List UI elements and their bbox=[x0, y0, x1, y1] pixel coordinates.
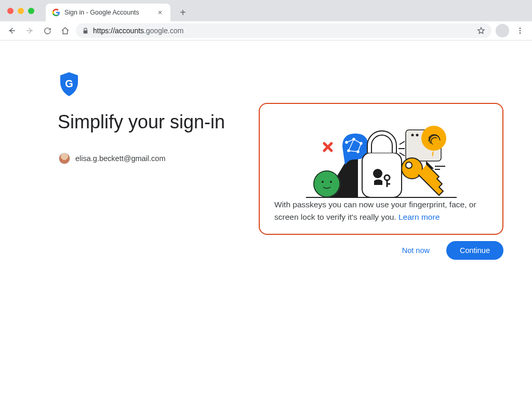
arrow-left-icon bbox=[7, 26, 17, 35]
card-description: With passkeys you can now use your finge… bbox=[274, 198, 488, 223]
passkey-card: With passkeys you can now use your finge… bbox=[259, 103, 503, 235]
passkey-illustration bbox=[274, 113, 488, 198]
reload-button[interactable] bbox=[41, 24, 54, 37]
browser-tab-strip: Sign in - Google Accounts × + bbox=[0, 0, 532, 21]
svg-point-2 bbox=[520, 32, 521, 34]
window-close-button[interactable] bbox=[7, 8, 14, 14]
svg-point-19 bbox=[421, 126, 446, 151]
svg-point-7 bbox=[416, 134, 418, 136]
tab-close-icon[interactable]: × bbox=[156, 8, 164, 17]
bookmark-star-icon[interactable] bbox=[477, 26, 485, 35]
svg-point-10 bbox=[322, 181, 324, 183]
user-avatar-icon bbox=[59, 153, 70, 164]
svg-point-11 bbox=[330, 181, 332, 183]
page-content: G Simplify your sign-in elisa.g.beckett@… bbox=[0, 41, 532, 399]
svg-text:G: G bbox=[65, 78, 73, 89]
new-tab-button[interactable]: + bbox=[176, 5, 190, 20]
reload-icon bbox=[43, 26, 52, 35]
browser-toolbar: https://accounts.google.com bbox=[0, 21, 532, 41]
browser-tab[interactable]: Sign in - Google Accounts × bbox=[46, 4, 170, 21]
tab-title: Sign in - Google Accounts bbox=[64, 9, 152, 16]
learn-more-link[interactable]: Learn more bbox=[398, 212, 440, 221]
forward-button[interactable] bbox=[23, 24, 36, 37]
svg-point-1 bbox=[520, 30, 521, 32]
svg-line-20 bbox=[400, 141, 405, 144]
chrome-menu-button[interactable] bbox=[513, 24, 527, 37]
window-traffic-lights bbox=[0, 0, 42, 21]
kebab-menu-icon bbox=[516, 26, 524, 35]
home-icon bbox=[61, 26, 70, 35]
url-text: https://accounts.google.com bbox=[93, 26, 183, 35]
not-now-button[interactable]: Not now bbox=[400, 242, 432, 259]
svg-point-26 bbox=[373, 169, 382, 178]
user-email: elisa.g.beckett@gmail.com bbox=[75, 154, 165, 163]
address-bar[interactable]: https://accounts.google.com bbox=[76, 23, 491, 38]
window-zoom-button[interactable] bbox=[28, 8, 34, 14]
google-favicon-icon bbox=[52, 8, 60, 17]
lock-icon bbox=[82, 28, 89, 34]
svg-point-31 bbox=[406, 162, 412, 168]
page-heading: Simplify your sign-in bbox=[58, 111, 225, 133]
profile-avatar-button[interactable] bbox=[496, 24, 509, 37]
window-minimize-button[interactable] bbox=[18, 8, 24, 14]
arrow-right-icon bbox=[25, 26, 34, 35]
action-buttons: Not now Continue bbox=[400, 241, 503, 260]
svg-point-0 bbox=[520, 28, 521, 29]
continue-button[interactable]: Continue bbox=[446, 241, 503, 260]
back-button[interactable] bbox=[5, 24, 19, 37]
home-button[interactable] bbox=[58, 24, 72, 37]
google-shield-icon: G bbox=[59, 72, 79, 97]
svg-point-6 bbox=[411, 134, 414, 136]
svg-line-22 bbox=[400, 153, 405, 156]
account-chip[interactable]: elisa.g.beckett@gmail.com bbox=[59, 153, 165, 164]
